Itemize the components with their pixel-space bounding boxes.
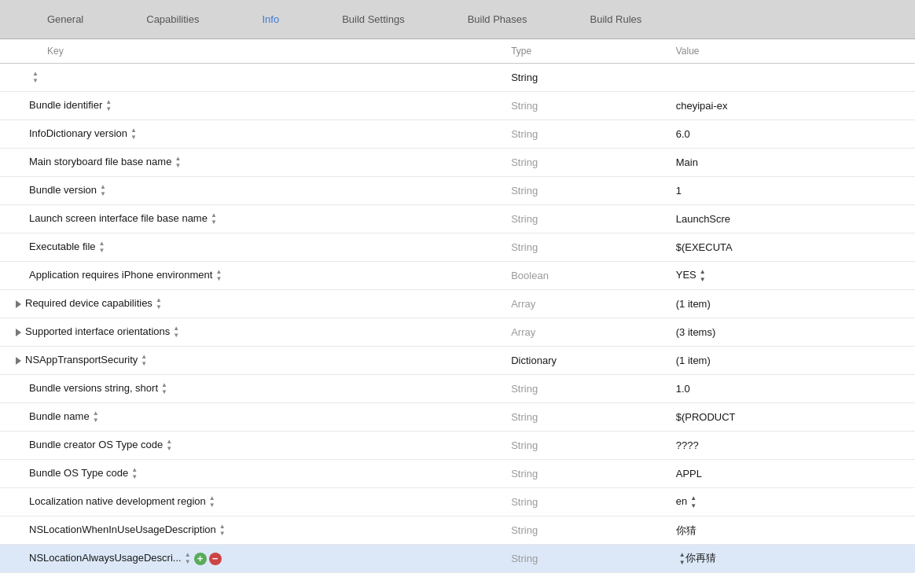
cell-key[interactable]: Launch screen interface file base name▲▼ [0, 205, 503, 233]
cell-key[interactable]: ▲▼ [0, 64, 503, 92]
cell-type: String [503, 375, 668, 403]
sort-arrows[interactable]: ▲▼ [166, 439, 172, 453]
table-row: Main storyboard file base name▲▼StringMa… [0, 149, 915, 177]
value-stepper[interactable]: ▲▼ [690, 494, 696, 509]
table-row: Localization native development region▲▼… [0, 488, 915, 516]
sort-arrows[interactable]: ▲▼ [93, 410, 99, 424]
value-text: (3 items) [676, 326, 716, 338]
tab-info[interactable]: Info [230, 0, 311, 39]
expand-arrow[interactable] [16, 329, 21, 336]
tab-build-settings[interactable]: Build Settings [311, 0, 436, 39]
cell-type: String [503, 177, 668, 205]
cell-key[interactable]: Bundle OS Type code▲▼ [0, 460, 503, 488]
cell-key[interactable]: Supported interface orientations▲▼ [0, 318, 503, 347]
key-text: NSAppTransportSecurity [25, 354, 138, 366]
col-header-type: Type [503, 39, 668, 64]
cell-key[interactable]: InfoDictionary version▲▼ [0, 120, 503, 149]
value-text: (1 item) [676, 298, 711, 310]
cell-value[interactable]: 1.0 [668, 375, 915, 403]
value-text: YES [676, 269, 696, 281]
key-text: Bundle name [29, 410, 90, 422]
value-stepper[interactable]: ▲▼ [679, 551, 685, 566]
table-row: Bundle version▲▼String1 [0, 177, 915, 205]
cell-value[interactable]: LaunchScre [668, 205, 915, 233]
action-icons: + − [194, 553, 222, 565]
cell-key[interactable]: Bundle identifier▲▼ [0, 92, 503, 120]
cell-type: String [503, 488, 668, 516]
key-text: Supported interface orientations [25, 325, 170, 337]
cell-key[interactable]: Localization native development region▲▼ [0, 488, 503, 516]
cell-key[interactable]: Application requires iPhone environment▲… [0, 262, 503, 290]
value-stepper[interactable]: ▲▼ [700, 268, 706, 283]
content-area: Key Type Value ▲▼StringBundle identifier… [0, 39, 915, 588]
key-text: NSLocationWhenInUseUsageDescription [29, 524, 216, 535]
key-text: Bundle OS Type code [29, 467, 128, 479]
cell-type: String [503, 403, 668, 432]
cell-value[interactable]: APPL [668, 460, 915, 488]
cell-value[interactable]: 1 [668, 177, 915, 205]
add-icon[interactable]: + [194, 553, 207, 565]
cell-value[interactable]: (1 item) [668, 347, 915, 375]
cell-value[interactable]: (3 items) [668, 318, 915, 347]
cell-value[interactable] [668, 64, 915, 92]
table-row: Executable file▲▼String$(EXECUTA [0, 233, 915, 262]
cell-value[interactable]: $(EXECUTA [668, 233, 915, 262]
expand-arrow[interactable] [16, 300, 21, 308]
tab-build-rules[interactable]: Build Rules [559, 0, 674, 39]
value-text: 6.0 [676, 128, 690, 140]
cell-type: Dictionary [503, 347, 668, 375]
sort-arrows[interactable]: ▲▼ [161, 382, 167, 396]
tab-bar: General Capabilities Info Build Settings… [0, 0, 915, 39]
cell-key[interactable]: Bundle creator OS Type code▲▼ [0, 432, 503, 460]
cell-value[interactable]: 你猜 [668, 516, 915, 545]
sort-arrows[interactable]: ▲▼ [215, 269, 222, 283]
key-text: Bundle creator OS Type code [29, 439, 163, 450]
tab-build-phases[interactable]: Build Phases [436, 0, 559, 39]
sort-arrows[interactable]: ▲▼ [99, 241, 105, 255]
cell-key[interactable]: Main storyboard file base name▲▼ [0, 149, 503, 177]
cell-value[interactable]: en▲▼ [668, 488, 915, 516]
sort-arrows[interactable]: ▲▼ [130, 127, 137, 141]
cell-value[interactable]: $(PRODUCT [668, 403, 915, 432]
cell-key[interactable]: Bundle version▲▼ [0, 177, 503, 205]
cell-type: Boolean [503, 262, 668, 290]
cell-value[interactable]: ▲▼你再猜 [668, 545, 915, 573]
sort-arrows[interactable]: ▲▼ [156, 297, 162, 311]
table-row: Bundle OS Type code▲▼StringAPPL [0, 460, 915, 488]
table-row: Launch screen interface file base name▲▼… [0, 205, 915, 233]
cell-type: String [503, 149, 668, 177]
cell-value[interactable]: YES▲▼ [668, 262, 915, 290]
cell-key[interactable]: NSLocationWhenInUseUsageDescription▲▼ [0, 516, 503, 545]
cell-key[interactable]: Executable file▲▼ [0, 233, 503, 262]
cell-key[interactable]: Bundle name▲▼ [0, 403, 503, 432]
sort-arrows[interactable]: ▲▼ [105, 99, 112, 113]
cell-value[interactable]: cheyipai-ex [668, 92, 915, 120]
sort-arrows[interactable]: ▲▼ [185, 552, 191, 566]
cell-key[interactable]: Required device capabilities▲▼ [0, 290, 503, 318]
value-text: 你猜 [676, 524, 696, 536]
cell-type: Array [503, 290, 668, 318]
cell-value[interactable]: ???? [668, 432, 915, 460]
cell-key[interactable]: NSAppTransportSecurity▲▼ [0, 347, 503, 375]
value-text: APPL [676, 468, 702, 480]
sort-arrows[interactable]: ▲▼ [131, 467, 138, 481]
sort-arrows[interactable]: ▲▼ [209, 495, 215, 509]
sort-arrows[interactable]: ▲▼ [175, 156, 181, 170]
cell-key[interactable]: NSLocationAlwaysUsageDescri...▲▼ + − [0, 545, 503, 573]
expand-arrow[interactable] [16, 357, 21, 365]
cell-value[interactable]: (1 item) [668, 290, 915, 318]
cell-value[interactable]: Main [668, 149, 915, 177]
remove-icon[interactable]: − [209, 553, 222, 565]
cell-value[interactable]: 6.0 [668, 120, 915, 149]
cell-type: String [503, 205, 668, 233]
sort-arrows[interactable]: ▲▼ [32, 71, 39, 85]
tab-general[interactable]: General [16, 0, 115, 39]
sort-arrows[interactable]: ▲▼ [173, 325, 179, 340]
key-text: Launch screen interface file base name [29, 212, 208, 224]
tab-capabilities[interactable]: Capabilities [115, 0, 230, 39]
sort-arrows[interactable]: ▲▼ [100, 184, 106, 198]
sort-arrows[interactable]: ▲▼ [211, 212, 217, 226]
sort-arrows[interactable]: ▲▼ [141, 354, 147, 368]
sort-arrows[interactable]: ▲▼ [219, 524, 226, 538]
cell-key[interactable]: Bundle versions string, short▲▼ [0, 375, 503, 403]
